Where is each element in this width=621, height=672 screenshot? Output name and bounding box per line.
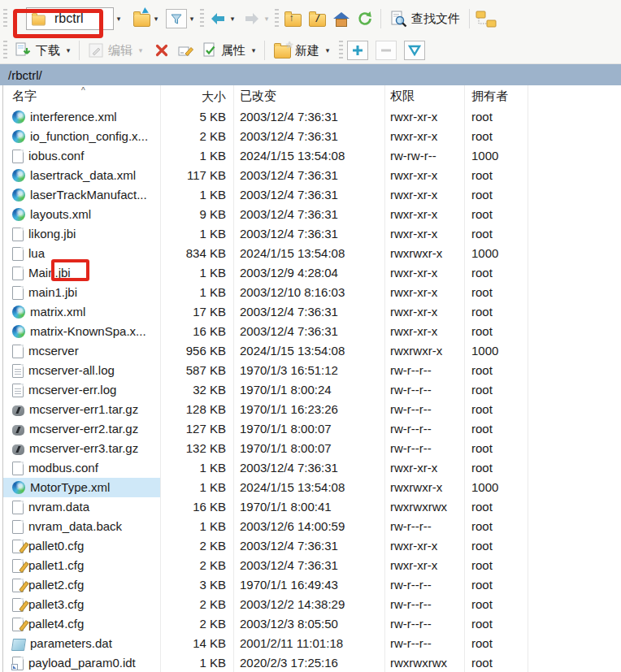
table-row[interactable]: pallet3.cfg2 KB2003/12/2 14:38:29rw-r--r…: [3, 595, 621, 614]
table-row[interactable]: payload_param0.idt1 KB2020/2/3 17:25:16r…: [3, 653, 621, 672]
file-name-cell[interactable]: laserTrackManufact...: [3, 185, 161, 205]
rename-button[interactable]: [176, 39, 196, 62]
parent-directory-button[interactable]: [283, 7, 302, 30]
file-name-cell[interactable]: mcserver-err1.tar.gz: [3, 400, 161, 419]
file-name-cell[interactable]: mcserver-err.log: [3, 380, 161, 400]
file-name-cell[interactable]: pallet3.cfg: [3, 595, 161, 614]
file-name-cell[interactable]: pallet1.cfg: [3, 556, 161, 575]
add-to-selection-button[interactable]: [347, 41, 368, 60]
file-name: mcserver: [28, 341, 79, 361]
download-button[interactable]: 下载: [11, 39, 63, 62]
home-directory-button[interactable]: [332, 7, 351, 30]
table-row[interactable]: mcserver-err2.tar.gz127 KB1970/1/1 8:00:…: [3, 419, 621, 439]
new-dropdown-arrow-icon[interactable]: [323, 39, 332, 62]
properties-button[interactable]: 属性: [199, 39, 249, 62]
new-button[interactable]: 新建: [271, 39, 323, 62]
table-row[interactable]: layouts.xml9 KB2003/12/4 7:36:31rwxr-xr-…: [3, 205, 621, 224]
toolbar-grip[interactable]: [275, 9, 279, 28]
root-directory-button[interactable]: [307, 7, 327, 30]
back-dropdown-arrow-icon[interactable]: [228, 7, 237, 30]
properties-dropdown-arrow-icon[interactable]: [249, 39, 258, 62]
file-name-cell[interactable]: mcserver-err2.tar.gz: [3, 419, 161, 439]
file-name-cell[interactable]: matrix.xml: [3, 302, 161, 322]
file-name-cell[interactable]: mcserver-all.log: [3, 361, 161, 380]
find-files-button[interactable]: 查找文件: [387, 7, 463, 30]
forward-dropdown-arrow-icon[interactable]: [262, 7, 271, 30]
table-row[interactable]: mcserver-err3.tar.gz132 KB1970/1/1 8:00:…: [3, 439, 621, 458]
download-dropdown-arrow-icon[interactable]: [63, 39, 73, 62]
file-name-cell[interactable]: MotorType.xml: [3, 478, 161, 497]
file-name-cell[interactable]: Main.jbi: [3, 263, 161, 283]
delete-button[interactable]: [152, 39, 172, 62]
toolbar-grip[interactable]: [339, 41, 343, 60]
table-row[interactable]: matrix-KnownSpa.x...16 KB2003/12/4 7:36:…: [3, 322, 621, 341]
file-owner: root: [465, 634, 528, 653]
table-row[interactable]: interference.xml5 KB2003/12/4 7:36:31rwx…: [3, 107, 621, 127]
toolbar-grip[interactable]: [3, 9, 7, 28]
table-row[interactable]: mcserver-all.log587 KB1970/1/3 16:51:12r…: [3, 361, 621, 380]
table-row[interactable]: mcserver956 KB2024/1/15 13:54:08rwxrwxr-…: [3, 341, 621, 361]
file-name-cell[interactable]: nvram_data.back: [3, 517, 161, 536]
table-row[interactable]: pallet1.cfg2 KB2003/12/4 7:36:31rwxr-xr-…: [3, 556, 621, 575]
table-row[interactable]: mcserver-err1.tar.gz128 KB1970/1/1 16:23…: [3, 400, 621, 419]
file-name-cell[interactable]: parameters.dat: [3, 634, 161, 653]
table-row[interactable]: io_function_config.x...2 KB2003/12/4 7:3…: [3, 127, 621, 146]
refresh-button[interactable]: [355, 7, 375, 30]
table-row[interactable]: likong.jbi1 KB2003/12/4 7:36:31rwxr-xr-x…: [3, 224, 621, 244]
table-row[interactable]: laserTrackManufact...1 KB2003/12/4 7:36:…: [3, 185, 621, 205]
table-row[interactable]: modbus.conf1 KB2003/12/4 7:36:31rwxr-xr-…: [3, 458, 621, 478]
table-row[interactable]: main1.jbi1 KB2003/12/10 8:16:03rwxr-xr-x…: [3, 283, 621, 302]
table-row[interactable]: iobus.conf1 KB2024/1/15 13:54:08rw-rw-r-…: [3, 146, 621, 166]
file-name-cell[interactable]: pallet4.cfg: [3, 614, 161, 634]
table-row[interactable]: nvram_data.back1 KB2003/12/6 14:00:59rw-…: [3, 517, 621, 536]
table-row[interactable]: lua834 KB2024/1/15 13:54:08rwxrwxr-x1000: [3, 244, 621, 263]
back-button[interactable]: [208, 7, 228, 30]
table-row[interactable]: matrix.xml17 KB2003/12/4 7:36:31rwxr-xr-…: [3, 302, 621, 322]
file-name-cell[interactable]: mcserver-err3.tar.gz: [3, 439, 161, 458]
file-name-cell[interactable]: layouts.xml: [3, 205, 161, 224]
column-header-name[interactable]: 名字: [3, 85, 161, 107]
file-name-cell[interactable]: io_function_config.x...: [3, 127, 161, 146]
open-directory-button[interactable]: [132, 7, 151, 30]
column-header-owner[interactable]: 拥有者: [465, 85, 528, 107]
edit-button[interactable]: 编辑: [85, 39, 136, 62]
file-name-cell[interactable]: lua: [3, 244, 161, 263]
table-row[interactable]: nvram.data16 KB1970/1/1 8:00:41rwxrwxrwx…: [3, 497, 621, 517]
filter-button[interactable]: [166, 9, 187, 28]
file-name-cell[interactable]: lasertrack_data.xml: [3, 166, 161, 185]
file-name-cell[interactable]: likong.jbi: [3, 224, 161, 244]
table-row[interactable]: lasertrack_data.xml117 KB2003/12/4 7:36:…: [3, 166, 621, 185]
file-name-cell[interactable]: mcserver: [3, 341, 161, 361]
file-name-cell[interactable]: pallet2.cfg: [3, 575, 161, 595]
column-header-size[interactable]: 大小: [161, 85, 234, 107]
toolbar-grip[interactable]: [3, 41, 7, 60]
table-row[interactable]: pallet0.cfg2 KB2003/12/4 7:36:31rwxr-xr-…: [3, 536, 621, 556]
address-combo[interactable]: rbctrl: [26, 7, 114, 30]
table-row[interactable]: Main.jbi1 KB2003/12/9 4:28:04rwxr-xr-xro…: [3, 263, 621, 283]
directory-tree-button[interactable]: [476, 7, 497, 30]
table-row[interactable]: MotorType.xml1 KB2024/1/15 13:54:08rwxrw…: [3, 478, 621, 497]
file-name-cell[interactable]: nvram.data: [3, 497, 161, 517]
file-name-cell[interactable]: pallet0.cfg: [3, 536, 161, 556]
edit-dropdown-arrow-icon[interactable]: [136, 39, 145, 62]
table-row[interactable]: mcserver-err.log32 KB1970/1/1 8:00:24rw-…: [3, 380, 621, 400]
file-name-cell[interactable]: payload_param0.idt: [3, 653, 161, 672]
invert-selection-button[interactable]: [404, 41, 425, 60]
column-header-changed[interactable]: 已改变: [234, 85, 385, 107]
filter-dropdown-arrow-icon[interactable]: [187, 7, 197, 30]
forward-button[interactable]: [242, 7, 262, 30]
file-name-cell[interactable]: iobus.conf: [3, 146, 161, 166]
file-name: main1.jbi: [28, 283, 77, 302]
table-row[interactable]: parameters.dat14 KB2001/2/11 11:01:18rw-…: [3, 634, 621, 653]
table-row[interactable]: pallet2.cfg3 KB1970/1/1 16:49:43rw-r--r-…: [3, 575, 621, 595]
file-name-cell[interactable]: interference.xml: [3, 107, 161, 127]
table-row[interactable]: pallet4.cfg2 KB2003/12/3 8:05:50rw-r--r-…: [3, 614, 621, 634]
file-name-cell[interactable]: modbus.conf: [3, 458, 161, 478]
file-name-cell[interactable]: main1.jbi: [3, 283, 161, 302]
file-name-cell[interactable]: matrix-KnownSpa.x...: [3, 322, 161, 341]
path-bar[interactable]: /rbctrl/: [0, 64, 621, 85]
remove-from-selection-button[interactable]: [376, 41, 397, 60]
address-dropdown-arrow-icon[interactable]: [114, 7, 124, 30]
toolbar-grip[interactable]: [200, 9, 204, 28]
column-header-rights[interactable]: 权限: [385, 85, 465, 107]
